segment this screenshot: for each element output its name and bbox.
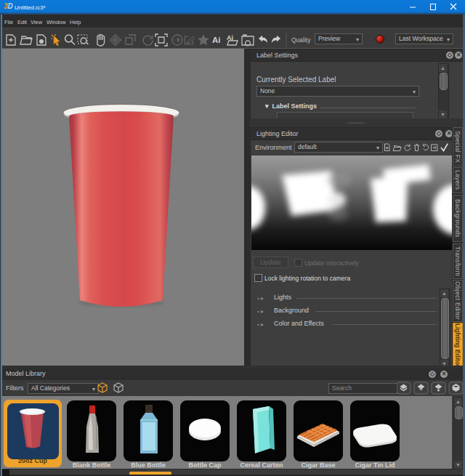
- svg-text:Ai: Ai: [212, 36, 221, 44]
